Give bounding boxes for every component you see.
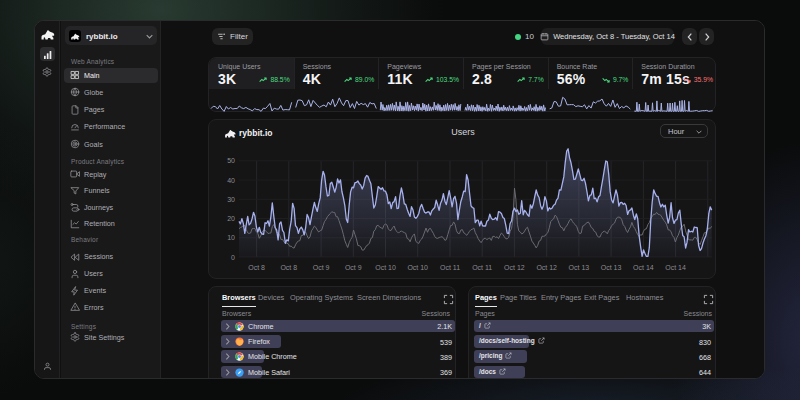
svg-text:Oct 12: Oct 12 [536,264,557,271]
svg-text:Oct 14: Oct 14 [633,264,654,271]
svg-text:Oct 14: Oct 14 [665,264,686,271]
svg-text:0: 0 [231,254,235,261]
svg-text:Oct 11: Oct 11 [472,264,492,271]
svg-text:Oct 9: Oct 9 [345,264,362,271]
svg-text:Oct 10: Oct 10 [375,264,396,271]
svg-text:50: 50 [227,157,235,164]
svg-text:Oct 11: Oct 11 [440,264,460,271]
svg-text:Oct 12: Oct 12 [504,264,525,271]
svg-text:Oct 8: Oct 8 [248,264,265,271]
svg-text:40: 40 [227,177,235,184]
svg-text:Oct 13: Oct 13 [569,264,590,271]
svg-text:10: 10 [227,234,235,241]
svg-text:30: 30 [227,196,235,203]
svg-text:20: 20 [227,215,235,222]
svg-text:Oct 9: Oct 9 [313,264,330,271]
svg-text:Oct 13: Oct 13 [601,264,622,271]
svg-text:Oct 8: Oct 8 [280,264,297,271]
svg-text:Oct 10: Oct 10 [407,264,428,271]
